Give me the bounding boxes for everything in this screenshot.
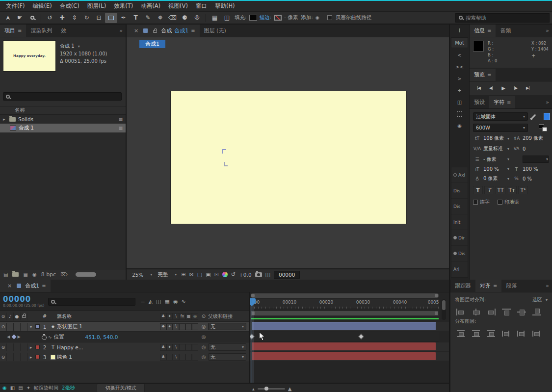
- layer-switches[interactable]: ♣✦\: [160, 344, 199, 351]
- video-column-icon[interactable]: ⊙: [0, 313, 7, 320]
- hindi-digits-option[interactable]: 印地语: [498, 199, 519, 206]
- speaker-icon[interactable]: ◉: [450, 120, 469, 131]
- timeline-zoom-control[interactable]: ▲ ▲: [252, 386, 291, 392]
- comp-thumbnail[interactable]: Happy everyday.: [3, 40, 56, 72]
- rectangle-tool[interactable]: [105, 13, 117, 23]
- brush-tool[interactable]: ✎: [142, 13, 154, 23]
- parent-select[interactable]: 无▾: [208, 323, 246, 330]
- pickwhip-icon[interactable]: ◎: [199, 344, 208, 350]
- close-icon[interactable]: ×: [131, 27, 139, 34]
- expand-icon[interactable]: ▸: [27, 345, 34, 350]
- frame-blending-icon[interactable]: ▦: [164, 298, 169, 305]
- expand-icon[interactable]: ▸: [27, 355, 34, 360]
- menu-effect[interactable]: 效果(T): [110, 1, 137, 11]
- zoom-in-icon[interactable]: ▲: [288, 386, 292, 392]
- parent-select[interactable]: 无▾: [208, 343, 246, 351]
- lock-icon[interactable]: [153, 30, 157, 33]
- menu-composition[interactable]: 合成(C): [56, 1, 83, 11]
- eraser-tool[interactable]: ⌫: [166, 13, 179, 23]
- tab-align[interactable]: 对齐≡: [475, 280, 501, 292]
- tab-paragraph[interactable]: 段落: [501, 280, 521, 292]
- magnification-select[interactable]: 25%▾: [131, 272, 153, 278]
- menu-edit[interactable]: 编辑(E): [29, 1, 56, 11]
- layer-name[interactable]: Happy e...: [57, 344, 160, 350]
- play-button[interactable]: ▶: [498, 84, 508, 92]
- zoom-slider[interactable]: [258, 388, 285, 390]
- distribute-left-button[interactable]: [501, 330, 511, 338]
- font-size-value[interactable]: 108 像素▾: [483, 135, 509, 142]
- hide-shy-layers-icon[interactable]: ◫: [156, 298, 161, 305]
- orbit-camera-tool[interactable]: ↺: [44, 13, 56, 23]
- ligatures-checkbox[interactable]: [473, 200, 478, 205]
- zoom-slider-thumb[interactable]: [264, 387, 268, 391]
- lock-cell[interactable]: [21, 353, 27, 361]
- layer-bar-shape[interactable]: [252, 322, 436, 330]
- expand-layer-switches-icon[interactable]: ◧: [10, 385, 15, 391]
- composition-mini-flowchart-icon[interactable]: ≣: [140, 298, 145, 305]
- new-folder-icon[interactable]: [12, 272, 19, 277]
- eyedropper-icon[interactable]: [531, 114, 536, 119]
- add-icon[interactable]: +: [450, 84, 469, 96]
- panel-overflow-icon[interactable]: »: [543, 99, 552, 105]
- hindi-checkbox[interactable]: [498, 200, 502, 205]
- region-of-interest-icon[interactable]: ▢: [197, 271, 202, 278]
- align-right-button[interactable]: [486, 308, 496, 316]
- tab-presets[interactable]: 预设: [470, 96, 489, 108]
- audio-cell[interactable]: [7, 323, 14, 331]
- menu-view[interactable]: 视图(V): [164, 1, 192, 11]
- people-icon[interactable]: ◫: [450, 96, 469, 108]
- panel-overflow-icon[interactable]: »: [116, 27, 126, 34]
- distribute-horizontal-center-button[interactable]: [517, 330, 526, 338]
- leading-value[interactable]: 209 像素: [523, 135, 549, 142]
- panel-menu-icon[interactable]: ≡: [18, 28, 22, 33]
- distribute-bottom-button[interactable]: [486, 330, 496, 338]
- expand-inout-pane-icon[interactable]: ✦: [26, 385, 30, 391]
- align-bottom-button[interactable]: [532, 308, 542, 316]
- vertical-scrollbar[interactable]: [442, 299, 446, 320]
- solo-cell[interactable]: [14, 323, 21, 331]
- mot-panel-button[interactable]: Mot: [451, 37, 468, 48]
- pickwhip-icon[interactable]: ◎: [199, 324, 208, 329]
- current-time-indicator[interactable]: [252, 299, 252, 383]
- composition-canvas[interactable]: [171, 91, 406, 224]
- switches-column-header[interactable]: ♣✦\fx▦◎: [160, 313, 199, 320]
- draft-3d-icon[interactable]: ◭: [149, 298, 153, 305]
- motion-blur-icon[interactable]: ◉: [173, 298, 178, 305]
- collapse-right-icon[interactable]: >: [450, 73, 469, 84]
- strip-effect-item[interactable]: Init: [451, 214, 468, 230]
- align-top-button[interactable]: [501, 308, 511, 316]
- last-frame-button[interactable]: ▶|: [523, 84, 533, 92]
- scrollbar-thumb[interactable]: [442, 300, 446, 310]
- render-indicator-icon[interactable]: ◉: [2, 385, 7, 391]
- axis-mode-local-icon[interactable]: ▦: [209, 13, 221, 23]
- property-name[interactable]: 位置: [54, 334, 85, 340]
- menu-file[interactable]: 文件(F): [2, 1, 29, 11]
- clone-stamp-tool[interactable]: ✵: [154, 13, 166, 23]
- new-composition-icon[interactable]: ▦: [23, 272, 27, 277]
- list-item-solids[interactable]: ▸ Solids ▦: [0, 115, 126, 124]
- exposure-value[interactable]: +0.0: [239, 272, 252, 278]
- stroke-style-select[interactable]: ▾: [523, 156, 549, 163]
- tab-layer-viewer[interactable]: 图层 (无): [200, 25, 231, 37]
- stopwatch-icon[interactable]: [42, 334, 47, 340]
- next-keyframe-icon[interactable]: ▶: [18, 335, 21, 339]
- zoom-tool[interactable]: [26, 13, 38, 23]
- tab-tracker[interactable]: 跟踪器: [450, 280, 475, 292]
- name-column-header[interactable]: 名称: [0, 106, 126, 115]
- parent-select[interactable]: 无▾: [208, 353, 246, 361]
- number-column-header[interactable]: #: [40, 314, 49, 319]
- solo-cell[interactable]: [14, 353, 21, 361]
- timeline-search-box[interactable]: [48, 298, 135, 306]
- help-search-input[interactable]: [466, 15, 534, 21]
- show-snapshot-icon[interactable]: ◫: [265, 271, 270, 278]
- align-left-button[interactable]: [456, 308, 466, 316]
- expand-transfer-controls-icon[interactable]: ▤: [18, 385, 23, 391]
- panel-overflow-icon[interactable]: »: [543, 283, 552, 289]
- pen-tool[interactable]: ✒: [117, 13, 130, 23]
- tsume-value[interactable]: 0 %: [523, 176, 549, 182]
- lock-cell[interactable]: [21, 343, 27, 351]
- grid-guides-icon[interactable]: ⊞: [181, 271, 185, 278]
- first-frame-button[interactable]: |◀: [473, 84, 484, 92]
- stroke-width-value[interactable]: - 像素: [284, 14, 298, 21]
- previous-keyframe-icon[interactable]: ◀: [7, 335, 10, 339]
